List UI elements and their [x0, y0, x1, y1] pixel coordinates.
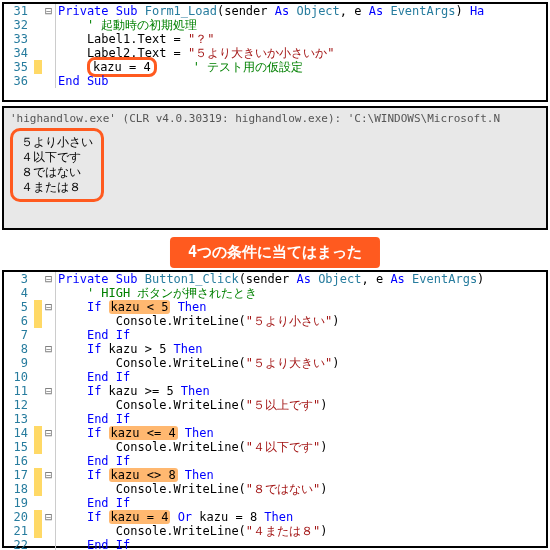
- code-line[interactable]: 5⊟ If kazu < 5 Then: [4, 300, 546, 314]
- code-line[interactable]: 9 Console.WriteLine("５より大きい"): [4, 356, 546, 370]
- line-number: 10: [4, 370, 32, 384]
- code-content[interactable]: ' 起動時の初期処理: [58, 18, 197, 32]
- code-line[interactable]: 21 Console.WriteLine("４または８"): [4, 524, 546, 538]
- code-content[interactable]: End If: [58, 370, 130, 384]
- code-line[interactable]: 31⊟Private Sub Form1_Load(sender As Obje…: [4, 4, 546, 18]
- fold-toggle: [42, 412, 56, 426]
- highlight-marker: [34, 18, 42, 32]
- code-line[interactable]: 20⊟ If kazu = 4 Or kazu = 8 Then: [4, 510, 546, 524]
- code-line[interactable]: 19 End If: [4, 496, 546, 510]
- code-content[interactable]: If kazu > 5 Then: [58, 342, 203, 356]
- fold-toggle: [42, 74, 56, 88]
- code-content[interactable]: Console.WriteLine("４以下です"): [58, 440, 328, 454]
- code-line[interactable]: 17⊟ If kazu <> 8 Then: [4, 468, 546, 482]
- fold-toggle: [42, 18, 56, 32]
- code-content[interactable]: If kazu >= 5 Then: [58, 384, 210, 398]
- fold-toggle[interactable]: ⊟: [42, 384, 56, 398]
- line-number: 12: [4, 398, 32, 412]
- code-line[interactable]: 16 End If: [4, 454, 546, 468]
- fold-toggle: [42, 524, 56, 538]
- highlight-marker: [34, 342, 42, 356]
- fold-toggle: [42, 286, 56, 300]
- code-content[interactable]: Console.WriteLine("５より大きい"): [58, 356, 340, 370]
- code-line[interactable]: 15 Console.WriteLine("４以下です"): [4, 440, 546, 454]
- fold-toggle[interactable]: ⊟: [42, 272, 56, 286]
- code-line[interactable]: 14⊟ If kazu <= 4 Then: [4, 426, 546, 440]
- code-line[interactable]: 10 End If: [4, 370, 546, 384]
- fold-toggle: [42, 440, 56, 454]
- fold-toggle: [42, 46, 56, 60]
- code-content[interactable]: Private Sub Form1_Load(sender As Object,…: [58, 4, 484, 18]
- highlight-marker: [34, 4, 42, 18]
- highlight-marker: [34, 356, 42, 370]
- line-number: 7: [4, 328, 32, 342]
- fold-toggle[interactable]: ⊟: [42, 342, 56, 356]
- code-line[interactable]: 3⊟Private Sub Button1_Click(sender As Ob…: [4, 272, 546, 286]
- code-content[interactable]: Private Sub Button1_Click(sender As Obje…: [58, 272, 484, 286]
- code-line[interactable]: 32 ' 起動時の初期処理: [4, 18, 546, 32]
- line-number: 8: [4, 342, 32, 356]
- code-content[interactable]: End If: [58, 496, 130, 510]
- highlight-marker: [34, 384, 42, 398]
- code-content[interactable]: If kazu <= 4 Then: [58, 426, 214, 440]
- fold-toggle[interactable]: ⊟: [42, 300, 56, 314]
- code-content[interactable]: If kazu < 5 Then: [58, 300, 207, 314]
- fold-toggle: [42, 454, 56, 468]
- code-content[interactable]: Label1.Text = "？": [58, 32, 215, 46]
- code-content[interactable]: Console.WriteLine("４または８"): [58, 524, 328, 538]
- fold-toggle[interactable]: ⊟: [42, 4, 56, 18]
- code-content[interactable]: End If: [58, 538, 130, 550]
- fold-toggle[interactable]: ⊟: [42, 426, 56, 440]
- code-line[interactable]: 35 kazu = 4 ' テスト用の仮設定: [4, 60, 546, 74]
- annotation-badge: 4つの条件に当てはまった: [170, 237, 380, 268]
- code-editor-bottom: 3⊟Private Sub Button1_Click(sender As Ob…: [2, 270, 548, 548]
- code-content[interactable]: Console.WriteLine("５以上です"): [58, 398, 328, 412]
- line-number: 4: [4, 286, 32, 300]
- highlight-marker: [34, 370, 42, 384]
- code-editor-top: 31⊟Private Sub Form1_Load(sender As Obje…: [2, 2, 548, 102]
- fold-toggle: [42, 60, 56, 74]
- code-content[interactable]: ' HIGH ボタンが押されたとき: [58, 286, 257, 300]
- code-line[interactable]: 13 End If: [4, 412, 546, 426]
- output-line: ４以下です: [21, 150, 93, 165]
- code-content[interactable]: End Sub: [58, 74, 109, 88]
- fold-toggle[interactable]: ⊟: [42, 510, 56, 524]
- highlight-marker: [34, 496, 42, 510]
- highlight-marker: [34, 46, 42, 60]
- code-line[interactable]: 12 Console.WriteLine("５以上です"): [4, 398, 546, 412]
- code-content[interactable]: If kazu <> 8 Then: [58, 468, 214, 482]
- code-content[interactable]: Console.WriteLine("８ではない"): [58, 482, 328, 496]
- highlight-marker: [34, 32, 42, 46]
- code-content[interactable]: End If: [58, 412, 130, 426]
- highlight-marker: [34, 538, 42, 550]
- highlight-marker: [34, 426, 42, 440]
- line-number: 32: [4, 18, 32, 32]
- highlight-marker: [34, 468, 42, 482]
- code-content[interactable]: Console.WriteLine("５より小さい"): [58, 314, 340, 328]
- code-line[interactable]: 11⊟ If kazu >= 5 Then: [4, 384, 546, 398]
- highlight-marker: [34, 272, 42, 286]
- line-number: 21: [4, 524, 32, 538]
- fold-toggle: [42, 538, 56, 550]
- code-content[interactable]: End If: [58, 328, 130, 342]
- code-line[interactable]: 6 Console.WriteLine("５より小さい"): [4, 314, 546, 328]
- fold-toggle: [42, 328, 56, 342]
- highlight-marker: [34, 440, 42, 454]
- highlight-marker: [34, 60, 42, 74]
- code-line[interactable]: 4 ' HIGH ボタンが押されたとき: [4, 286, 546, 300]
- code-line[interactable]: 33 Label1.Text = "？": [4, 32, 546, 46]
- code-line[interactable]: 18 Console.WriteLine("８ではない"): [4, 482, 546, 496]
- code-line[interactable]: 22 End If: [4, 538, 546, 550]
- code-line[interactable]: 7 End If: [4, 328, 546, 342]
- fold-toggle: [42, 398, 56, 412]
- code-content[interactable]: End If: [58, 454, 130, 468]
- fold-toggle[interactable]: ⊟: [42, 468, 56, 482]
- code-content[interactable]: If kazu = 4 Or kazu = 8 Then: [58, 510, 293, 524]
- code-line[interactable]: 8⊟ If kazu > 5 Then: [4, 342, 546, 356]
- line-number: 18: [4, 482, 32, 496]
- line-number: 16: [4, 454, 32, 468]
- highlight-marker: [34, 524, 42, 538]
- line-number: 34: [4, 46, 32, 60]
- output-header: 'highandlow.exe' (CLR v4.0.30319: highan…: [10, 112, 540, 125]
- line-number: 13: [4, 412, 32, 426]
